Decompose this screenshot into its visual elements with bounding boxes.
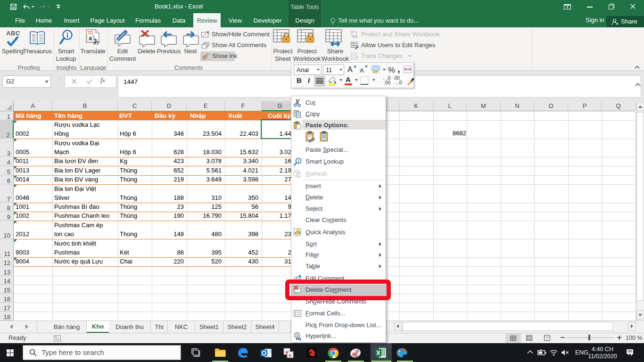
svg-text:u: u [286,350,289,354]
svg-text:a: a [89,35,92,41]
svg-text:n: n [289,353,292,358]
svg-text:あ: あ [93,38,99,45]
